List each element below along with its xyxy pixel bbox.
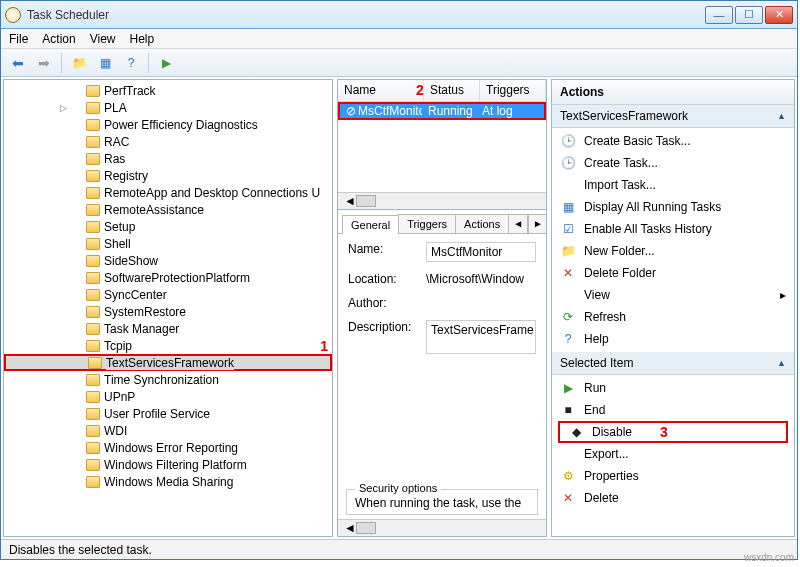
col-status[interactable]: Status bbox=[424, 80, 480, 101]
tab-next[interactable]: ► bbox=[528, 214, 547, 233]
action-properties[interactable]: ⚙Properties bbox=[552, 465, 794, 487]
name-field[interactable]: MsCtfMonitor bbox=[426, 242, 536, 262]
tree-item-label: Registry bbox=[104, 169, 148, 183]
action-export[interactable]: Export... bbox=[552, 443, 794, 465]
maximize-button[interactable]: ☐ bbox=[735, 6, 763, 24]
tree-item-tcpip[interactable]: Tcpip1 bbox=[4, 337, 332, 354]
general-form: Name:MsCtfMonitor Location:\Microsoft\Wi… bbox=[338, 234, 546, 485]
tree-item-textservicesframework[interactable]: TextServicesFramework bbox=[4, 354, 332, 371]
action-label: Delete Folder bbox=[584, 266, 656, 280]
tree[interactable]: PerfTrackPLAPower Efficiency Diagnostics… bbox=[4, 80, 332, 536]
help-button[interactable]: ? bbox=[120, 52, 142, 74]
menu-help[interactable]: Help bbox=[130, 32, 155, 46]
tree-item-ras[interactable]: Ras bbox=[4, 150, 332, 167]
security-text: When running the task, use the bbox=[355, 496, 529, 510]
folder-icon bbox=[86, 323, 100, 335]
action-new-folder[interactable]: 📁New Folder... bbox=[552, 240, 794, 262]
tree-item-rac[interactable]: RAC bbox=[4, 133, 332, 150]
action-end[interactable]: ■End bbox=[552, 399, 794, 421]
action-view[interactable]: View▸ bbox=[552, 284, 794, 306]
tree-item-remoteassistance[interactable]: RemoteAssistance bbox=[4, 201, 332, 218]
arrow-left-icon: ⬅ bbox=[12, 55, 24, 71]
tree-item-setup[interactable]: Setup bbox=[4, 218, 332, 235]
tree-item-registry[interactable]: Registry bbox=[4, 167, 332, 184]
name-label: Name: bbox=[348, 242, 426, 262]
tree-item-wdi[interactable]: WDI bbox=[4, 422, 332, 439]
tree-item-perftrack[interactable]: PerfTrack bbox=[4, 82, 332, 99]
tree-item-pla[interactable]: PLA bbox=[4, 99, 332, 116]
tree-item-windows-error-reporting[interactable]: Windows Error Reporting bbox=[4, 439, 332, 456]
tree-item-synccenter[interactable]: SyncCenter bbox=[4, 286, 332, 303]
menu-action[interactable]: Action bbox=[42, 32, 75, 46]
action-delete-folder[interactable]: ✕Delete Folder bbox=[552, 262, 794, 284]
scroll-thumb[interactable] bbox=[356, 195, 376, 207]
tree-item-user-profile-service[interactable]: User Profile Service bbox=[4, 405, 332, 422]
col-triggers[interactable]: Triggers bbox=[480, 80, 546, 101]
menu-view[interactable]: View bbox=[90, 32, 116, 46]
actions-group2[interactable]: Selected Item▲ bbox=[552, 352, 794, 375]
tab-triggers[interactable]: Triggers bbox=[398, 214, 456, 233]
action-create-task[interactable]: 🕒Create Task... bbox=[552, 152, 794, 174]
tree-item-time-synchronization[interactable]: Time Synchronization bbox=[4, 371, 332, 388]
tab-general[interactable]: General bbox=[342, 215, 399, 234]
tree-item-label: User Profile Service bbox=[104, 407, 210, 421]
tab-prev[interactable]: ◄ bbox=[508, 214, 528, 233]
watermark: wsxdn.com bbox=[744, 552, 794, 563]
menu-file[interactable]: File bbox=[9, 32, 28, 46]
col-name[interactable]: Name bbox=[338, 80, 424, 101]
tree-item-windows-filtering-platform[interactable]: Windows Filtering Platform bbox=[4, 456, 332, 473]
action-disable[interactable]: ◆Disable3 bbox=[558, 421, 788, 443]
separator bbox=[61, 53, 62, 73]
task-row[interactable]: ⊘MsCtfMonitor Running At log bbox=[338, 102, 546, 120]
action-create-basic-task[interactable]: 🕒Create Basic Task... bbox=[552, 130, 794, 152]
tree-item-power-efficiency-diagnostics[interactable]: Power Efficiency Diagnostics bbox=[4, 116, 332, 133]
location-label: Location: bbox=[348, 272, 426, 286]
annotation-3: 3 bbox=[660, 424, 668, 440]
tree-item-remoteapp-and-desktop-connections-u[interactable]: RemoteApp and Desktop Connections U bbox=[4, 184, 332, 201]
tree-item-label: SoftwareProtectionPlatform bbox=[104, 271, 250, 285]
help-icon: ? bbox=[128, 56, 135, 70]
scroll-thumb[interactable] bbox=[356, 522, 376, 534]
description-field[interactable]: TextServicesFrame bbox=[426, 320, 536, 354]
separator bbox=[148, 53, 149, 73]
action-import-task[interactable]: Import Task... bbox=[552, 174, 794, 196]
tree-item-upnp[interactable]: UPnP bbox=[4, 388, 332, 405]
action-display-running[interactable]: ▦Display All Running Tasks bbox=[552, 196, 794, 218]
tree-item-label: SyncCenter bbox=[104, 288, 167, 302]
close-button[interactable]: ✕ bbox=[765, 6, 793, 24]
grid-icon: ▦ bbox=[100, 56, 111, 70]
tree-item-systemrestore[interactable]: SystemRestore bbox=[4, 303, 332, 320]
minimize-button[interactable]: — bbox=[705, 6, 733, 24]
back-button[interactable]: ⬅ bbox=[7, 52, 29, 74]
run-button[interactable]: ▶ bbox=[155, 52, 177, 74]
action-label: Help bbox=[584, 332, 609, 346]
actions-group1[interactable]: TextServicesFramework▲ bbox=[552, 105, 794, 128]
tree-item-softwareprotectionplatform[interactable]: SoftwareProtectionPlatform bbox=[4, 269, 332, 286]
titlebar[interactable]: Task Scheduler — ☐ ✕ bbox=[1, 1, 797, 29]
window-title: Task Scheduler bbox=[27, 8, 705, 22]
create-basic-task-icon: 🕒 bbox=[560, 133, 576, 149]
tree-item-label: Power Efficiency Diagnostics bbox=[104, 118, 258, 132]
tree-item-windows-media-sharing[interactable]: Windows Media Sharing bbox=[4, 473, 332, 490]
properties-button[interactable]: ▦ bbox=[94, 52, 116, 74]
folder-icon bbox=[86, 255, 100, 267]
action-run[interactable]: ▶Run bbox=[552, 377, 794, 399]
action-help[interactable]: ?Help bbox=[552, 328, 794, 350]
forward-button[interactable]: ➡ bbox=[33, 52, 55, 74]
tree-item-shell[interactable]: Shell bbox=[4, 235, 332, 252]
folder-icon bbox=[86, 136, 100, 148]
tree-item-sideshow[interactable]: SideShow bbox=[4, 252, 332, 269]
folder-icon bbox=[86, 442, 100, 454]
action-delete[interactable]: ✕Delete bbox=[552, 487, 794, 509]
arrow-right-icon: ➡ bbox=[38, 55, 50, 71]
up-button[interactable]: 📁 bbox=[68, 52, 90, 74]
h-scrollbar[interactable]: ◄ bbox=[338, 192, 546, 209]
tab-actions[interactable]: Actions bbox=[455, 214, 509, 233]
action-refresh[interactable]: ⟳Refresh bbox=[552, 306, 794, 328]
h-scrollbar-detail[interactable]: ◄ bbox=[338, 519, 546, 536]
help-icon: ? bbox=[560, 331, 576, 347]
actions-panel: Actions TextServicesFramework▲ 🕒Create B… bbox=[551, 79, 795, 537]
tree-item-task-manager[interactable]: Task Manager bbox=[4, 320, 332, 337]
action-enable-history[interactable]: ☑Enable All Tasks History bbox=[552, 218, 794, 240]
action-label: Run bbox=[584, 381, 606, 395]
